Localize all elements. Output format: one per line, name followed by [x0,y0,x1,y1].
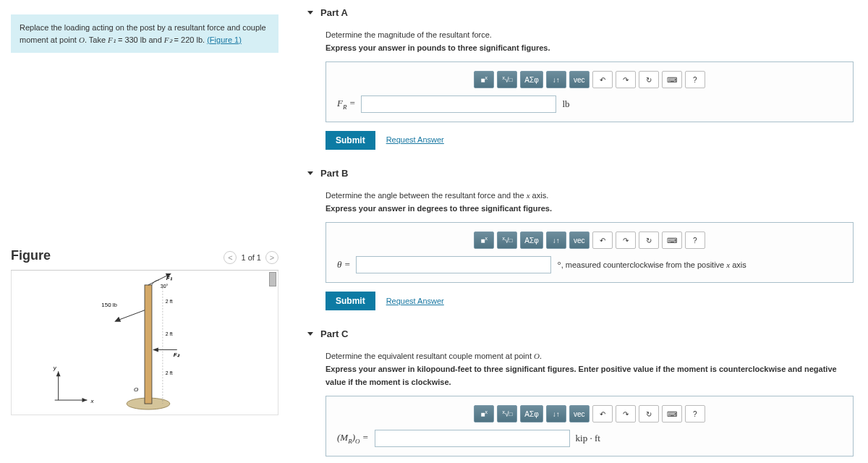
greek-button[interactable]: ΑΣφ [520,71,542,88]
scrollbar-thumb[interactable] [269,272,276,286]
figure-prev-button[interactable]: < [224,251,237,264]
svg-rect-7 [145,285,152,404]
answer-box: ■x x√□ ΑΣφ ↓↑ vec ↶ ↷ ↻ ⌨ ? θ = °, measu… [326,222,854,283]
svg-line-13 [116,310,145,321]
keyboard-button[interactable]: ⌨ [662,71,682,88]
arrows-button[interactable]: ↓↑ [546,232,566,249]
help-button[interactable]: ? [685,71,705,88]
svg-text:F₁: F₁ [166,275,173,281]
variable-label: θ = [337,258,350,273]
svg-marker-1 [82,398,87,402]
part-header[interactable]: Part A [307,0,854,25]
part-prompt: Determine the magnitude of the resultant… [326,29,854,42]
keyboard-button[interactable]: ⌨ [662,232,682,249]
figure-page-indicator: 1 of 1 [241,253,261,262]
reset-button[interactable]: ↻ [639,71,659,88]
part-instruction: Express your answer in pounds to three s… [326,42,854,55]
svg-text:F₂: F₂ [174,352,180,358]
redo-button[interactable]: ↷ [616,232,636,249]
arrows-button[interactable]: ↓↑ [546,405,566,422]
problem-statement: Replace the loading acting on the post b… [11,14,278,53]
svg-text:2 ft: 2 ft [166,331,173,336]
root-button[interactable]: x√□ [497,71,517,88]
svg-text:x: x [90,398,94,404]
svg-text:2 ft: 2 ft [166,299,173,304]
equation-toolbar: ■x x√□ ΑΣφ ↓↑ vec ↶ ↷ ↻ ⌨ ? [337,405,842,422]
unit-label: °, measured counterclockwise from the po… [557,258,746,273]
undo-button[interactable]: ↶ [592,232,613,249]
vec-button[interactable]: vec [569,405,590,422]
submit-button[interactable]: Submit [326,292,375,310]
svg-text:150 lb: 150 lb [101,302,117,308]
answer-input[interactable] [356,256,551,273]
caret-down-icon [307,171,313,175]
variable-label: (MR)O = [337,430,369,446]
templates-button[interactable]: ■x [474,232,494,249]
figure-next-button[interactable]: > [265,251,278,264]
part-header[interactable]: Part C [307,321,854,347]
answer-input[interactable] [361,95,556,113]
keyboard-button[interactable]: ⌨ [662,405,682,422]
templates-button[interactable]: ■x [474,71,494,88]
greek-button[interactable]: ΑΣφ [520,405,542,422]
unit-label: kip · ft [576,431,600,446]
templates-button[interactable]: ■x [474,405,494,422]
unit-label: lb [562,97,569,112]
part-instruction: Express your answer in degrees to three … [326,203,854,216]
part-instruction: Express your answer in kilopound-feet to… [326,363,854,388]
svg-text:2 ft: 2 ft [166,370,173,375]
reset-button[interactable]: ↻ [639,232,659,249]
request-answer-link[interactable]: Request Answer [386,134,444,147]
request-answer-link[interactable]: Request Answer [386,295,444,308]
submit-button[interactable]: Submit [326,131,375,150]
part-header[interactable]: Part B [307,161,854,186]
help-button[interactable]: ? [685,232,705,249]
svg-text:O: O [134,386,138,393]
part-title: Part B [320,168,348,179]
figure-link[interactable]: (Figure 1) [207,35,242,44]
svg-marker-17 [153,347,158,352]
vec-button[interactable]: vec [569,71,590,88]
redo-button[interactable]: ↷ [616,405,636,422]
root-button[interactable]: x√□ [497,405,517,422]
figure-title: Figure [11,248,51,263]
arrows-button[interactable]: ↓↑ [546,71,566,88]
svg-text:y: y [53,365,57,371]
part-title: Part C [320,328,348,339]
part-prompt: Determine the angle between the resultan… [326,190,854,203]
figure-image: x y O F₁ 30° 150 lb F₂ 2 ft [11,271,278,415]
svg-marker-4 [56,371,61,376]
answer-box: ■x x√□ ΑΣφ ↓↑ vec ↶ ↷ ↻ ⌨ ? (MR)O = kip … [326,396,854,456]
svg-text:30°: 30° [161,284,169,289]
variable-label: FR = [337,96,355,112]
equation-toolbar: ■x x√□ ΑΣφ ↓↑ vec ↶ ↷ ↻ ⌨ ? [337,232,842,249]
help-button[interactable]: ? [685,405,705,422]
undo-button[interactable]: ↶ [592,71,613,88]
reset-button[interactable]: ↻ [639,405,659,422]
redo-button[interactable]: ↷ [616,71,636,88]
greek-button[interactable]: ΑΣφ [520,232,542,249]
part-title: Part A [320,7,348,18]
vec-button[interactable]: vec [569,232,590,249]
caret-down-icon [307,11,313,14]
caret-down-icon [307,332,313,336]
answer-input[interactable] [375,430,570,447]
undo-button[interactable]: ↶ [592,405,613,422]
answer-box: ■x x√□ ΑΣφ ↓↑ vec ↶ ↷ ↻ ⌨ ? FR = lb [326,61,854,122]
equation-toolbar: ■x x√□ ΑΣφ ↓↑ vec ↶ ↷ ↻ ⌨ ? [337,71,842,88]
part-prompt: Determine the equivalent resultant coupl… [326,350,854,363]
root-button[interactable]: x√□ [497,232,517,249]
